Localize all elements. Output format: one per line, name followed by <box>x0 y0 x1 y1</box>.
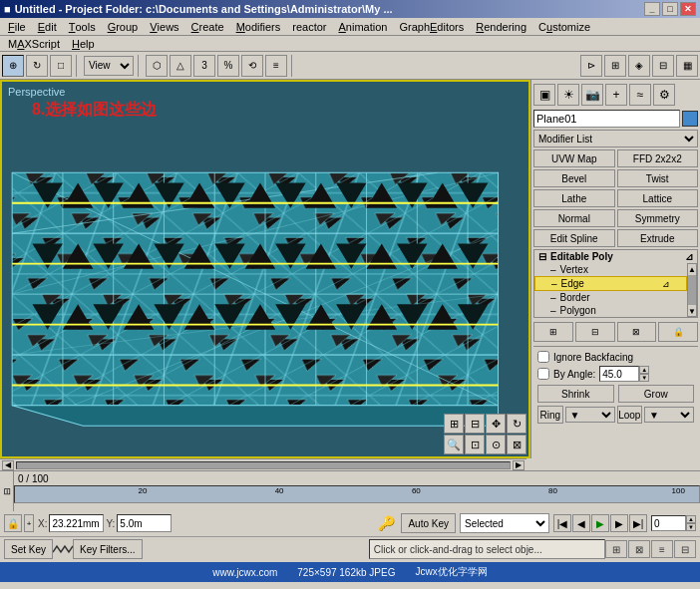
maximize-button[interactable]: □ <box>662 2 678 16</box>
rp-icon-helper[interactable]: + <box>605 84 627 106</box>
ep-item-edge[interactable]: – Edge ⊿ <box>534 276 687 291</box>
ep-bottom-btn3[interactable]: ⊠ <box>617 322 657 342</box>
nav-btn3[interactable]: ≡ <box>651 540 673 558</box>
menu-graph-editors[interactable]: Graph Editors <box>393 18 470 36</box>
autokey-button[interactable]: Auto Key <box>401 513 456 533</box>
menu-modifiers[interactable]: Modifiers <box>230 18 287 36</box>
orbit-btn[interactable]: ↻ <box>507 414 526 434</box>
selected-dropdown[interactable]: Selected <box>460 513 549 533</box>
by-angle-checkbox[interactable] <box>537 368 549 380</box>
nav-btn4[interactable]: ⊟ <box>674 540 696 558</box>
mod-btn-lathe[interactable]: Lathe <box>533 189 615 207</box>
mod-btn-lattice[interactable]: Lattice <box>617 189 699 207</box>
angle-up-arrow[interactable]: ▲ <box>639 366 649 374</box>
ep-pin-icon[interactable]: ⊿ <box>685 251 693 262</box>
menu-group[interactable]: Group <box>102 18 145 36</box>
rp-icon-spacewarp[interactable]: ≈ <box>629 84 651 106</box>
snap-btn[interactable]: + <box>24 514 34 532</box>
maximize-viewport-btn[interactable]: ⊠ <box>507 435 526 454</box>
menu-edit[interactable]: Edit <box>32 18 63 36</box>
mod-btn-symmetry[interactable]: Symmetry <box>617 209 699 227</box>
ep-bottom-btn2[interactable]: ⊟ <box>575 322 615 342</box>
toolbar-select-btn[interactable]: ⊕ <box>2 55 24 77</box>
mod-btn-twist[interactable]: Twist <box>617 169 699 187</box>
menu-create[interactable]: Create <box>185 18 230 36</box>
toolbar-btn7[interactable]: ⟲ <box>241 55 263 77</box>
ep-bottom-btn4[interactable]: 🔒 <box>658 322 698 342</box>
next-end-btn[interactable]: ▶| <box>629 514 647 532</box>
toolbar-btn4[interactable]: △ <box>170 55 191 77</box>
rp-icon-system[interactable]: ⚙ <box>653 84 675 106</box>
mod-btn-extrude[interactable]: Extrude <box>617 229 699 247</box>
rp-icon-camera[interactable]: 📷 <box>581 84 603 106</box>
menu-animation[interactable]: Animation <box>333 18 394 36</box>
set-key-button[interactable]: Set Key <box>4 539 53 559</box>
frame-input[interactable] <box>651 515 686 531</box>
ignore-backfacing-checkbox[interactable] <box>537 351 549 363</box>
h-scroll-left[interactable]: ◀ <box>2 460 14 470</box>
ep-scroll-thumb[interactable] <box>688 275 696 305</box>
y-coord-input[interactable] <box>117 514 172 532</box>
toolbar-right2[interactable]: ⊞ <box>604 55 626 77</box>
menu-customize[interactable]: Customize <box>532 18 596 36</box>
zoom-all-btn[interactable]: ⊟ <box>465 414 485 434</box>
mod-btn-bevel[interactable]: Bevel <box>533 169 615 187</box>
menu-views[interactable]: Views <box>144 18 184 36</box>
frame-down[interactable]: ▼ <box>686 523 696 531</box>
ep-item-vertex[interactable]: – Vertex <box>534 263 687 276</box>
toolbar-rotate-btn[interactable]: ↻ <box>26 55 48 77</box>
shrink-button[interactable]: Shrink <box>537 385 614 403</box>
play-btn[interactable]: ▶ <box>591 514 609 532</box>
frame-up[interactable]: ▲ <box>686 515 696 523</box>
view-dropdown[interactable]: View <box>84 56 134 76</box>
menu-tools[interactable]: Tools <box>63 18 102 36</box>
menu-reactor[interactable]: reactor <box>286 18 332 36</box>
timeline-collapse-btn[interactable]: ⊟ <box>2 487 12 495</box>
zoom-btn[interactable]: 🔍 <box>444 435 464 454</box>
toolbar-scale-btn[interactable]: □ <box>50 55 72 77</box>
ep-scroll-down[interactable]: ▼ <box>687 306 697 316</box>
toolbar-btn6[interactable]: % <box>217 55 239 77</box>
toolbar-btn5[interactable]: 3 <box>193 55 215 77</box>
ring-dropdown[interactable]: ▼ <box>565 407 615 423</box>
loop-button[interactable]: Loop <box>617 406 643 424</box>
mod-btn-uvw[interactable]: UVW Map <box>533 149 615 167</box>
next-frame-btn[interactable]: ▶ <box>610 514 628 532</box>
toolbar-right1[interactable]: ⊳ <box>580 55 602 77</box>
toolbar-btn3[interactable]: ⬡ <box>146 55 168 77</box>
grow-button[interactable]: Grow <box>618 385 695 403</box>
x-coord-input[interactable] <box>49 514 104 532</box>
ep-bottom-btn1[interactable]: ⊞ <box>533 322 573 342</box>
toolbar-right5[interactable]: ▦ <box>676 55 698 77</box>
nav-btn1[interactable]: ⊞ <box>605 540 627 558</box>
pan-btn[interactable]: ✥ <box>486 414 506 434</box>
object-color-swatch[interactable] <box>682 111 698 127</box>
viewport[interactable]: Perspective 8.选择如图这些边 <box>0 80 530 458</box>
zoom-extents-btn[interactable]: ⊞ <box>444 414 464 434</box>
ep-item-border[interactable]: – Border <box>534 291 687 304</box>
h-scroll-track[interactable] <box>16 461 511 469</box>
mod-btn-normal[interactable]: Normal <box>533 209 615 227</box>
ring-button[interactable]: Ring <box>537 406 563 424</box>
minimize-button[interactable]: _ <box>644 2 660 16</box>
lock-icon-btn[interactable]: 🔒 <box>4 514 22 532</box>
loop-dropdown[interactable]: ▼ <box>644 407 694 423</box>
modifier-list-dropdown[interactable]: Modifier List <box>533 130 698 147</box>
ep-item-polygon[interactable]: – Polygon <box>534 304 687 317</box>
angle-input[interactable] <box>599 366 639 382</box>
toolbar-btn8[interactable]: ≡ <box>265 55 287 77</box>
rp-icon-light[interactable]: ☀ <box>557 84 579 106</box>
rp-icon-shape[interactable]: ▣ <box>533 84 555 106</box>
h-scroll-right[interactable]: ▶ <box>513 460 525 470</box>
menu-file[interactable]: File <box>2 18 32 36</box>
key-filters-button[interactable]: Key Filters... <box>73 539 143 559</box>
ep-scroll-up[interactable]: ▲ <box>687 264 697 274</box>
toolbar-right4[interactable]: ⊟ <box>652 55 674 77</box>
timeline-bar[interactable]: 20 40 60 80 100 <box>14 485 700 503</box>
orbit-sub-btn[interactable]: ⊙ <box>486 435 506 454</box>
close-button[interactable]: ✕ <box>680 2 696 16</box>
menu-help[interactable]: Help <box>66 35 101 53</box>
mod-btn-ffd[interactable]: FFD 2x2x2 <box>617 149 699 167</box>
ep-expand-icon[interactable]: ⊟ <box>538 251 546 262</box>
menu-maxscript[interactable]: MAXScript <box>2 35 66 53</box>
